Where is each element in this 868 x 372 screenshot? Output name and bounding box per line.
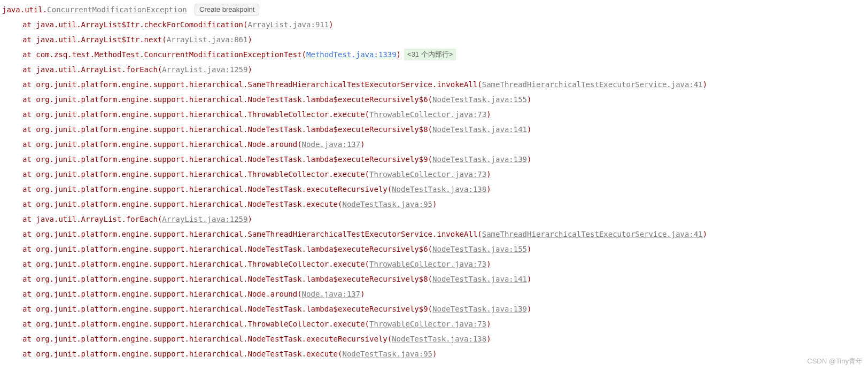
- method-path: org.junit.platform.engine.support.hierar…: [36, 350, 338, 358]
- paren-close: ): [432, 200, 437, 208]
- stack-frame: at org.junit.platform.engine.support.hie…: [0, 182, 868, 197]
- paren-close: ): [247, 215, 252, 223]
- paren-open: (: [387, 335, 392, 343]
- at-label: at: [22, 65, 32, 74]
- stack-frame: at org.junit.platform.engine.support.hie…: [0, 77, 868, 92]
- source-file-link[interactable]: ThrowableCollector.java:73: [369, 260, 486, 268]
- source-file-link[interactable]: ThrowableCollector.java:73: [369, 110, 486, 119]
- at-label: at: [22, 110, 32, 119]
- paren-open: (: [365, 170, 369, 179]
- source-file-link[interactable]: NodeTestTask.java:139: [432, 305, 527, 313]
- stack-frame: at org.junit.platform.engine.support.hie…: [0, 227, 868, 242]
- paren-close: ): [247, 35, 252, 44]
- method-path: org.junit.platform.engine.support.hierar…: [36, 245, 428, 253]
- paren-open: (: [477, 230, 482, 238]
- paren-close: ): [527, 275, 531, 283]
- paren-close: ): [527, 125, 531, 134]
- source-file-link[interactable]: ThrowableCollector.java:73: [369, 170, 486, 179]
- paren-open: (: [162, 35, 166, 44]
- paren-close: ): [527, 245, 531, 253]
- paren-close: ): [703, 230, 707, 238]
- source-file-link[interactable]: NodeTestTask.java:138: [392, 185, 486, 193]
- source-file-link[interactable]: ArrayList.java:911: [247, 20, 329, 29]
- paren-close: ): [360, 140, 365, 149]
- source-file-link[interactable]: NodeTestTask.java:155: [432, 95, 527, 104]
- paren-open: (: [428, 245, 432, 253]
- create-breakpoint-button[interactable]: Create breakpoint: [195, 4, 259, 15]
- at-label: at: [22, 170, 32, 179]
- paren-open: (: [365, 320, 369, 328]
- paren-open: (: [302, 50, 306, 59]
- method-path: org.junit.platform.engine.support.hierar…: [36, 110, 365, 119]
- source-file-link[interactable]: NodeTestTask.java:141: [432, 125, 527, 134]
- source-file-link[interactable]: NodeTestTask.java:141: [432, 275, 527, 283]
- source-file-link[interactable]: ArrayList.java:1259: [162, 215, 247, 223]
- source-file-link[interactable]: NodeTestTask.java:155: [432, 245, 527, 253]
- source-file-link[interactable]: NodeTestTask.java:139: [432, 155, 527, 164]
- stack-trace-container: at java.util.ArrayList$Itr.checkForComod…: [0, 17, 868, 361]
- stack-frame: at org.junit.platform.engine.support.hie…: [0, 316, 868, 331]
- stack-frame: at org.junit.platform.engine.support.hie…: [0, 197, 868, 212]
- stack-frame: at org.junit.platform.engine.support.hie…: [0, 346, 868, 361]
- paren-close: ): [703, 80, 707, 89]
- stack-frame: at org.junit.platform.engine.support.hie…: [0, 272, 868, 286]
- paren-close: ): [486, 170, 491, 179]
- source-file-link[interactable]: MethodTest.java:1339: [306, 50, 397, 59]
- method-path: org.junit.platform.engine.support.hierar…: [36, 200, 338, 208]
- at-label: at: [22, 140, 32, 149]
- stack-frame: at org.junit.platform.engine.support.hie…: [0, 122, 868, 137]
- at-label: at: [22, 185, 32, 193]
- method-path: org.junit.platform.engine.support.hierar…: [36, 320, 365, 328]
- stack-frame: at java.util.ArrayList$Itr.next(ArrayLis…: [0, 32, 868, 47]
- source-file-link[interactable]: Node.java:137: [302, 290, 361, 298]
- source-file-link[interactable]: ArrayList.java:1259: [162, 65, 247, 74]
- paren-close: ): [486, 110, 491, 119]
- method-path: org.junit.platform.engine.support.hierar…: [36, 260, 365, 268]
- method-path: java.util.ArrayList.forEach: [36, 215, 158, 223]
- paren-open: (: [428, 305, 432, 313]
- source-file-link[interactable]: SameThreadHierarchicalTestExecutorServic…: [482, 230, 703, 238]
- method-path: org.junit.platform.engine.support.hierar…: [36, 140, 297, 149]
- paren-close: ): [432, 350, 437, 358]
- method-path: org.junit.platform.engine.support.hierar…: [36, 170, 365, 179]
- source-file-link[interactable]: Node.java:137: [302, 140, 361, 149]
- paren-open: (: [387, 185, 392, 193]
- paren-close: ): [486, 320, 491, 328]
- source-file-link[interactable]: NodeTestTask.java:95: [342, 200, 432, 208]
- source-file-link[interactable]: SameThreadHierarchicalTestExecutorServic…: [482, 80, 703, 89]
- source-file-link[interactable]: NodeTestTask.java:95: [342, 350, 432, 358]
- exception-line: java.util.ConcurrentModificationExceptio…: [0, 2, 868, 17]
- paren-open: (: [477, 80, 482, 89]
- paren-open: (: [365, 260, 369, 268]
- method-path: org.junit.platform.engine.support.hierar…: [36, 155, 428, 164]
- at-label: at: [22, 350, 32, 358]
- paren-close: ): [329, 20, 333, 29]
- paren-close: ): [247, 65, 252, 74]
- method-path: java.util.ArrayList$Itr.next: [36, 35, 162, 44]
- at-label: at: [22, 200, 32, 208]
- paren-open: (: [428, 275, 432, 283]
- exception-class-link[interactable]: ConcurrentModificationException: [47, 5, 187, 14]
- stack-frame: at org.junit.platform.engine.support.hie…: [0, 167, 868, 182]
- paren-open: (: [297, 290, 301, 298]
- method-path: org.junit.platform.engine.support.hierar…: [36, 125, 428, 134]
- paren-close: ): [397, 50, 401, 59]
- at-label: at: [22, 275, 32, 283]
- internal-lines-badge[interactable]: <31 个内部行>: [404, 49, 456, 60]
- source-file-link[interactable]: ThrowableCollector.java:73: [369, 320, 486, 328]
- paren-close: ): [486, 335, 491, 343]
- stack-frame: at java.util.ArrayList.forEach(ArrayList…: [0, 62, 868, 77]
- method-path: org.junit.platform.engine.support.hierar…: [36, 230, 477, 238]
- at-label: at: [22, 20, 32, 29]
- at-label: at: [22, 125, 32, 134]
- source-file-link[interactable]: NodeTestTask.java:138: [392, 335, 486, 343]
- stack-frame: at org.junit.platform.engine.support.hie…: [0, 286, 868, 301]
- at-label: at: [22, 95, 32, 104]
- paren-close: ): [360, 290, 365, 298]
- at-label: at: [22, 335, 32, 343]
- method-path: org.junit.platform.engine.support.hierar…: [36, 305, 428, 313]
- at-label: at: [22, 215, 32, 223]
- source-file-link[interactable]: ArrayList.java:861: [167, 35, 248, 44]
- stack-frame: at org.junit.platform.engine.support.hie…: [0, 137, 868, 152]
- at-label: at: [22, 155, 32, 164]
